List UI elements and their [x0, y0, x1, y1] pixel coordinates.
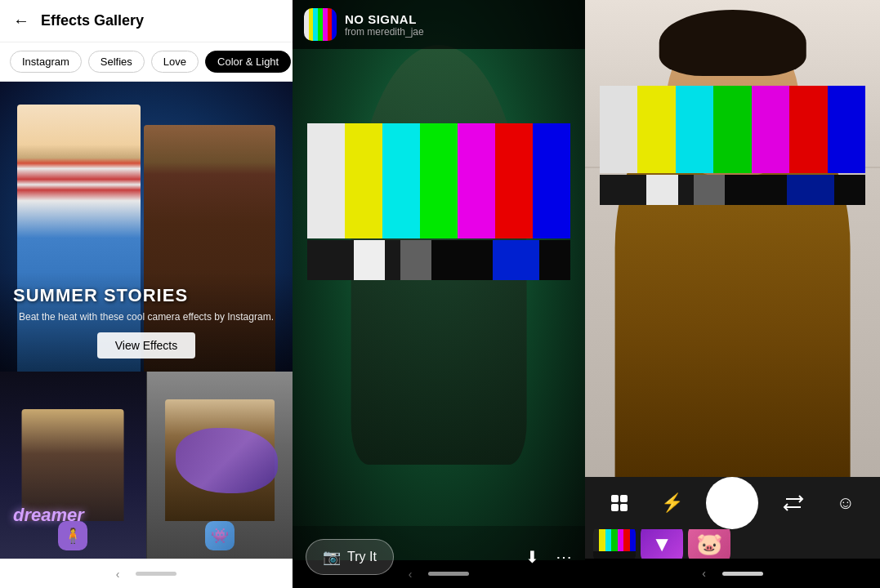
camera-icon: 📷	[323, 548, 341, 566]
tv-bars-middle	[307, 123, 570, 280]
flip-icon[interactable]	[775, 485, 811, 521]
tv-bar-blue	[533, 123, 570, 238]
right-bottom-nav: ‹	[585, 559, 880, 588]
left-nav-pill	[136, 572, 176, 576]
tv-sub-bar-2	[354, 240, 385, 280]
tv-bars-bottom-row	[307, 240, 570, 280]
tab-love[interactable]: Love	[151, 51, 199, 73]
middle-bottom-icons: ⬇ ⋯	[525, 547, 572, 567]
effect-name: NO SIGNAL	[345, 12, 424, 26]
rv-sub-5	[725, 175, 787, 205]
tab-color-light[interactable]: Color & Light	[205, 51, 291, 73]
tv-bars-right	[600, 86, 865, 205]
tv-bars-top-row	[307, 123, 570, 238]
hair-right	[659, 10, 806, 77]
tv-sub-bar-6	[493, 240, 539, 280]
tv-sub-bar-1	[307, 240, 354, 280]
middle-panel: NO SIGNAL from meredith_jae	[293, 0, 585, 588]
view-effects-button[interactable]: View Effects	[97, 332, 196, 359]
tv-bar-green	[420, 123, 458, 238]
grid-icon[interactable]	[601, 485, 637, 521]
left-nav-arrow[interactable]: ‹	[116, 568, 120, 581]
try-it-button[interactable]: 📷 Try It	[306, 539, 394, 575]
effect-icons-row: ▼ 🐷	[585, 529, 880, 559]
tab-instagram[interactable]: Instagram	[10, 51, 82, 73]
rv-bar-red	[789, 86, 827, 173]
left-panel: ← Effects Gallery Instagram Selfies Love…	[0, 0, 293, 588]
emoji-icon[interactable]: ☺	[828, 485, 864, 521]
effect-icon-tv	[304, 8, 337, 41]
svg-rect-0	[611, 495, 619, 502]
rv-bar-magenta	[752, 86, 789, 173]
rv-bar-yellow	[637, 86, 675, 173]
rv-sub-1	[600, 175, 646, 205]
tv-bar-magenta	[458, 123, 495, 238]
hero-overlay: SUMMER STORIES Beat the heat with these …	[0, 272, 293, 372]
effect-author: from meredith_jae	[345, 26, 424, 38]
effect-triangle-icon[interactable]: ▼	[641, 529, 683, 559]
rv-bar-green	[713, 86, 751, 173]
tv-sub-bar-7	[539, 240, 570, 280]
thumb-right-icon: 👾	[205, 521, 235, 550]
thumbnail-row: dreamer 🧍 👾	[0, 372, 293, 559]
thumb-mask[interactable]: 👾	[147, 372, 293, 559]
hero-image: SUMMER STORIES Beat the heat with these …	[0, 82, 293, 372]
right-nav-arrow[interactable]: ‹	[702, 567, 706, 580]
tv-bars-right-bottom	[600, 175, 865, 205]
middle-bottom-controls: 📷 Try It ⬇ ⋯	[293, 526, 585, 588]
effect-pig-icon[interactable]: 🐷	[688, 529, 730, 559]
tv-sub-bar-3	[385, 240, 400, 280]
right-camera-view	[585, 0, 880, 477]
tab-selfies[interactable]: Selfies	[88, 51, 145, 73]
effect-info: NO SIGNAL from meredith_jae	[345, 12, 424, 38]
rv-sub-7	[834, 175, 865, 205]
effect-icon-box	[304, 8, 337, 41]
right-panel: ⚡ ☺	[585, 0, 880, 588]
rv-sub-4	[694, 175, 725, 205]
rv-bar-white	[600, 86, 637, 173]
download-icon[interactable]: ⬇	[525, 547, 539, 567]
thumb-left-icon: 🧍	[58, 521, 87, 550]
rv-bar-blue	[828, 86, 865, 173]
tv-bar-cyan	[382, 123, 420, 238]
effect-header: NO SIGNAL from meredith_jae	[293, 0, 585, 49]
left-header: ← Effects Gallery	[0, 0, 293, 42]
rv-sub-6	[787, 175, 833, 205]
right-nav-pill	[722, 572, 763, 576]
svg-rect-3	[620, 504, 628, 511]
try-it-label: Try It	[347, 550, 377, 564]
rv-bar-cyan	[676, 86, 713, 173]
effect-tv-icon[interactable]	[593, 529, 636, 559]
filter-tabs: Instagram Selfies Love Color & Light Cam…	[0, 42, 293, 82]
hero-title: SUMMER STORIES	[13, 285, 279, 306]
left-bottom-nav: ‹	[0, 559, 293, 588]
hero-subtitle: Beat the heat with these cool camera eff…	[13, 311, 279, 323]
right-person	[585, 0, 880, 477]
tv-bar-white	[307, 123, 345, 238]
shutter-button[interactable]	[706, 477, 758, 529]
control-row-top: ⚡ ☺	[585, 477, 880, 529]
middle-camera-view	[293, 0, 585, 560]
flash-icon[interactable]: ⚡	[654, 485, 690, 521]
thumb-dreamer[interactable]: dreamer 🧍	[0, 372, 147, 559]
back-icon[interactable]: ←	[13, 11, 29, 30]
tv-sub-bar-5	[431, 240, 494, 280]
svg-rect-1	[620, 495, 628, 502]
tv-bar-red	[495, 123, 533, 238]
svg-rect-2	[611, 504, 619, 511]
rv-sub-2	[646, 175, 677, 205]
page-title: Effects Gallery	[41, 12, 144, 29]
tv-bar-yellow	[345, 123, 382, 238]
tv-bars-right-top	[600, 86, 865, 173]
right-controls: ⚡ ☺	[585, 477, 880, 559]
tv-sub-bar-4	[400, 240, 431, 280]
rv-sub-3	[678, 175, 694, 205]
more-icon[interactable]: ⋯	[556, 547, 572, 567]
mask-overlay	[176, 428, 278, 493]
